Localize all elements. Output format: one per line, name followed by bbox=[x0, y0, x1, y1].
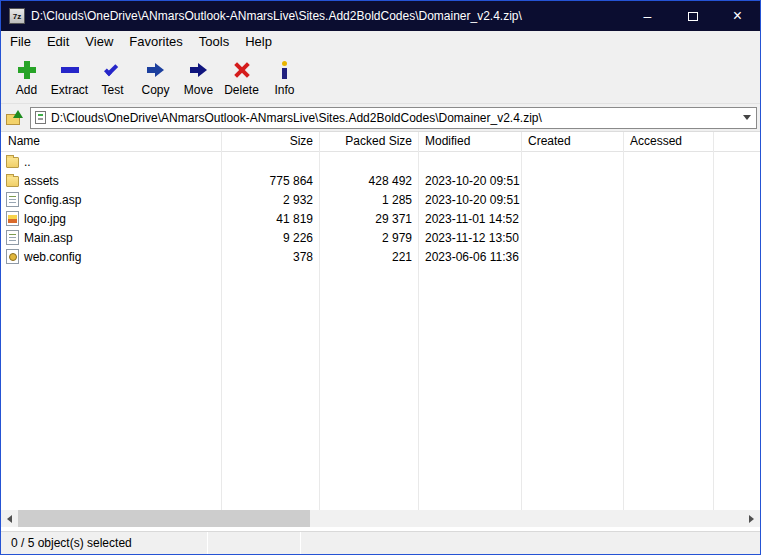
file-packed-size: 2 979 bbox=[319, 231, 418, 245]
menu-item-file[interactable]: File bbox=[1, 31, 39, 52]
file-icon bbox=[6, 230, 19, 245]
folder-up-icon bbox=[6, 110, 24, 125]
file-row[interactable]: assets 775 864 428 492 2023-10-20 09:51 bbox=[1, 171, 760, 190]
delete-icon bbox=[228, 58, 256, 82]
folder-icon bbox=[6, 176, 19, 187]
copy-button-label: Copy bbox=[141, 83, 169, 97]
info-icon bbox=[271, 58, 299, 82]
menu-item-tools[interactable]: Tools bbox=[191, 31, 237, 52]
chevron-down-icon bbox=[743, 115, 751, 120]
horizontal-scrollbar[interactable] bbox=[1, 510, 760, 527]
move-button-label: Move bbox=[184, 83, 213, 97]
extract-button-label: Extract bbox=[51, 83, 88, 97]
test-button[interactable]: Test bbox=[91, 52, 134, 103]
add-icon bbox=[13, 58, 41, 82]
7zip-window: 7z D:\Clouds\OneDrive\ANmarsOutlook-ANma… bbox=[0, 0, 761, 555]
maximize-icon bbox=[688, 12, 698, 21]
info-button-label: Info bbox=[274, 83, 294, 97]
archive-icon bbox=[35, 111, 46, 124]
minimize-icon: – bbox=[644, 8, 652, 24]
file-name: assets bbox=[24, 174, 59, 188]
column-header-packed-size[interactable]: Packed Size bbox=[319, 132, 418, 151]
column-header-created[interactable]: Created bbox=[521, 132, 623, 151]
file-row[interactable]: Config.asp 2 932 1 285 2023-10-20 09:51 bbox=[1, 190, 760, 209]
file-packed-size: 1 285 bbox=[319, 193, 418, 207]
maximize-button[interactable] bbox=[670, 1, 715, 31]
menu-item-edit[interactable]: Edit bbox=[39, 31, 77, 52]
file-modified: 2023-11-12 13:50 bbox=[418, 231, 521, 245]
file-row[interactable]: logo.jpg 41 819 29 371 2023-11-01 14:52 bbox=[1, 209, 760, 228]
menu-item-help[interactable]: Help bbox=[237, 31, 280, 52]
file-row[interactable]: .. bbox=[1, 152, 760, 171]
file-name: Config.asp bbox=[24, 193, 81, 207]
file-name: logo.jpg bbox=[24, 212, 66, 226]
scroll-right-button[interactable] bbox=[743, 510, 760, 527]
address-bar: D:\Clouds\OneDrive\ANmarsOutlook-ANmarsL… bbox=[1, 104, 760, 131]
copy-button[interactable]: Copy bbox=[134, 52, 177, 103]
close-icon: × bbox=[733, 7, 742, 25]
file-icon bbox=[6, 192, 19, 207]
config-icon bbox=[6, 249, 19, 264]
file-row[interactable]: web.config 378 221 2023-06-06 11:36 bbox=[1, 247, 760, 266]
file-modified: 2023-10-20 09:51 bbox=[418, 174, 521, 188]
file-modified: 2023-11-01 14:52 bbox=[418, 212, 521, 226]
file-modified: 2023-10-20 09:51 bbox=[418, 193, 521, 207]
address-combobox[interactable]: D:\Clouds\OneDrive\ANmarsOutlook-ANmarsL… bbox=[30, 107, 757, 129]
column-header-modified[interactable]: Modified bbox=[418, 132, 521, 151]
file-modified: 2023-06-06 11:36 bbox=[418, 250, 521, 264]
info-button[interactable]: Info bbox=[263, 52, 306, 103]
minimize-button[interactable]: – bbox=[625, 1, 670, 31]
status-divider bbox=[300, 532, 301, 554]
extract-icon bbox=[56, 58, 84, 82]
toolbar: Add Extract Test Copy Move Delete Info bbox=[1, 52, 760, 104]
file-row[interactable]: Main.asp 9 226 2 979 2023-11-12 13:50 bbox=[1, 228, 760, 247]
scroll-left-button[interactable] bbox=[1, 510, 18, 527]
up-one-level-button[interactable] bbox=[3, 107, 27, 129]
file-size: 2 932 bbox=[221, 193, 319, 207]
file-size: 41 819 bbox=[221, 212, 319, 226]
window-title: D:\Clouds\OneDrive\ANmarsOutlook-ANmarsL… bbox=[31, 9, 625, 23]
scrollbar-thumb[interactable] bbox=[18, 510, 310, 527]
selection-status: 0 / 5 object(s) selected bbox=[1, 536, 207, 550]
file-size: 775 864 bbox=[221, 174, 319, 188]
app-icon: 7z bbox=[9, 8, 25, 24]
move-button[interactable]: Move bbox=[177, 52, 220, 103]
menu-item-view[interactable]: View bbox=[77, 31, 121, 52]
column-header-accessed[interactable]: Accessed bbox=[623, 132, 713, 151]
file-name: Main.asp bbox=[24, 231, 73, 245]
file-size: 378 bbox=[221, 250, 319, 264]
file-name: .. bbox=[24, 155, 31, 169]
column-header-name[interactable]: Name bbox=[1, 132, 221, 151]
file-packed-size: 29 371 bbox=[319, 212, 418, 226]
extract-button[interactable]: Extract bbox=[48, 52, 91, 103]
image-icon bbox=[6, 211, 19, 226]
menu-item-favorites[interactable]: Favorites bbox=[121, 31, 190, 52]
status-pane bbox=[208, 532, 300, 554]
file-size: 9 226 bbox=[221, 231, 319, 245]
address-dropdown-button[interactable] bbox=[738, 108, 756, 128]
test-icon bbox=[99, 58, 127, 82]
arrow-right-icon bbox=[749, 515, 754, 523]
title-bar[interactable]: 7z D:\Clouds\OneDrive\ANmarsOutlook-ANma… bbox=[1, 1, 760, 31]
copy-icon bbox=[142, 58, 170, 82]
status-bar: 0 / 5 object(s) selected bbox=[1, 531, 760, 554]
arrow-left-icon bbox=[7, 515, 12, 523]
add-button[interactable]: Add bbox=[5, 52, 48, 103]
file-packed-size: 221 bbox=[319, 250, 418, 264]
file-name: web.config bbox=[24, 250, 81, 264]
close-button[interactable]: × bbox=[715, 1, 760, 31]
file-packed-size: 428 492 bbox=[319, 174, 418, 188]
delete-button-label: Delete bbox=[224, 83, 259, 97]
test-button-label: Test bbox=[101, 83, 123, 97]
add-button-label: Add bbox=[16, 83, 37, 97]
file-list: Name Size Packed Size Modified Created A… bbox=[1, 131, 760, 510]
menu-bar: File Edit View Favorites Tools Help bbox=[1, 31, 760, 52]
file-list-body: .. assets 775 864 428 492 2023-10-20 09:… bbox=[1, 152, 760, 510]
column-header-size[interactable]: Size bbox=[221, 132, 319, 151]
address-path: D:\Clouds\OneDrive\ANmarsOutlook-ANmarsL… bbox=[51, 111, 738, 125]
folder-icon bbox=[6, 157, 19, 168]
column-header-row: Name Size Packed Size Modified Created A… bbox=[1, 132, 760, 152]
delete-button[interactable]: Delete bbox=[220, 52, 263, 103]
move-icon bbox=[185, 58, 213, 82]
